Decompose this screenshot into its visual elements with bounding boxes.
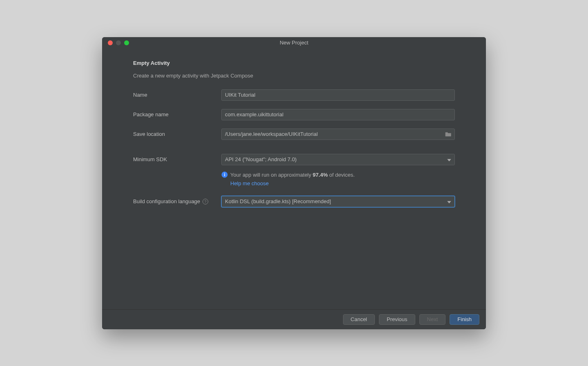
dialog-content: Empty Activity Create a new empty activi… xyxy=(102,49,486,309)
name-input[interactable] xyxy=(221,89,455,101)
help-icon[interactable]: ? xyxy=(203,199,208,204)
close-window-button[interactable] xyxy=(108,40,113,45)
svg-rect-1 xyxy=(224,174,225,176)
template-subtitle: Create a new empty activity with Jetpack… xyxy=(133,73,455,79)
min-sdk-select[interactable]: API 24 ("Nougat"; Android 7.0) xyxy=(221,154,455,165)
template-heading: Empty Activity xyxy=(133,60,455,66)
sdk-info-suffix: of devices. xyxy=(328,172,355,178)
next-button: Next xyxy=(419,314,446,325)
window-controls xyxy=(102,40,129,45)
build-config-label-text: Build configuration language xyxy=(133,198,200,204)
dialog-footer: Cancel Previous Next Finish xyxy=(102,309,486,329)
chevron-down-icon xyxy=(447,156,451,162)
maximize-window-button[interactable] xyxy=(124,40,129,45)
previous-button[interactable]: Previous xyxy=(379,314,415,325)
folder-icon[interactable] xyxy=(445,131,452,137)
name-label: Name xyxy=(133,92,221,98)
sdk-info-prefix: Your app will run on approximately xyxy=(230,172,313,178)
sdk-info: Your app will run on approximately 97.4%… xyxy=(221,171,455,188)
package-label: Package name xyxy=(133,111,221,118)
cancel-button[interactable]: Cancel xyxy=(343,314,375,325)
titlebar: New Project xyxy=(102,37,486,49)
info-icon xyxy=(221,171,228,178)
row-min-sdk: Minimum SDK API 24 ("Nougat"; Android 7.… xyxy=(133,154,455,165)
location-input[interactable] xyxy=(221,129,455,140)
row-name: Name xyxy=(133,89,455,101)
build-config-select[interactable]: Kotlin DSL (build.gradle.kts) [Recommend… xyxy=(221,196,455,207)
row-location: Save location xyxy=(133,129,455,140)
min-sdk-label: Minimum SDK xyxy=(133,156,221,162)
finish-button[interactable]: Finish xyxy=(450,314,479,325)
sdk-info-percent: 97.4% xyxy=(313,172,328,178)
window-title: New Project xyxy=(102,40,486,46)
location-label: Save location xyxy=(133,131,221,137)
package-input[interactable] xyxy=(221,109,455,120)
row-package: Package name xyxy=(133,109,455,120)
svg-point-2 xyxy=(224,173,225,173)
row-build-config: Build configuration language ? Kotlin DS… xyxy=(133,196,455,207)
help-me-choose-link[interactable]: Help me choose xyxy=(230,180,355,188)
new-project-dialog: New Project Empty Activity Create a new … xyxy=(102,37,486,329)
minimize-window-button[interactable] xyxy=(116,40,121,45)
sdk-info-text: Your app will run on approximately 97.4%… xyxy=(230,171,355,188)
build-config-value: Kotlin DSL (build.gradle.kts) [Recommend… xyxy=(225,198,331,204)
min-sdk-value: API 24 ("Nougat"; Android 7.0) xyxy=(225,156,296,162)
build-config-label: Build configuration language ? xyxy=(133,198,221,204)
chevron-down-icon xyxy=(447,198,451,204)
